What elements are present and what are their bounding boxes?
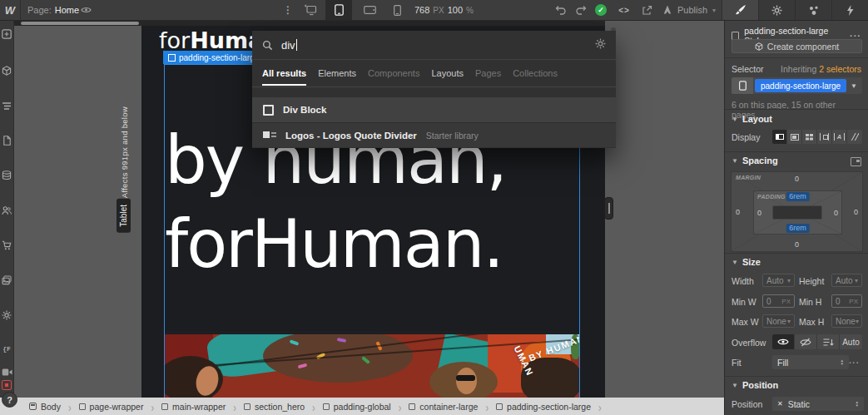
screen-record-icon[interactable] xyxy=(0,378,13,392)
tab-settings-gear-icon[interactable] xyxy=(758,0,795,20)
section-layout-title: Layout xyxy=(742,114,772,124)
max-w-input[interactable]: None▾ xyxy=(762,314,795,328)
create-component-button[interactable]: Create component xyxy=(732,39,862,53)
breadcrumb-item[interactable]: padding-global xyxy=(315,402,399,412)
padding-widget[interactable]: PADDING 6rem 6rem 0 0 xyxy=(753,190,842,235)
width-input[interactable]: Auto▾ xyxy=(762,274,795,287)
preview-eye-icon[interactable] xyxy=(81,0,92,20)
canvas-size-readout[interactable]: 768 PX 100 % xyxy=(414,0,474,20)
fit-select[interactable]: Fill ▲▼ xyxy=(772,355,849,369)
share-icon[interactable] xyxy=(637,0,656,20)
publish-button[interactable]: Publish ▾ xyxy=(662,0,716,20)
tab-pages[interactable]: Pages xyxy=(475,68,501,78)
max-h-input[interactable]: None▾ xyxy=(831,314,862,328)
selected-element-label[interactable]: padding-section-large xyxy=(163,51,264,64)
selector-caret-icon[interactable]: ▼ xyxy=(851,82,857,90)
tab-layouts[interactable]: Layouts xyxy=(431,68,464,78)
selector-row: Selector Inheriting 2 selectors xyxy=(732,64,861,74)
margin-right-value[interactable]: 0 xyxy=(854,208,858,216)
logic-icon[interactable]: {F xyxy=(0,342,13,355)
tab-all-results[interactable]: All results xyxy=(262,68,306,78)
assets-icon[interactable] xyxy=(0,274,13,287)
breakpoint-tablet-icon[interactable] xyxy=(325,0,352,20)
quick-find-input[interactable]: div xyxy=(252,31,616,60)
breadcrumb-item[interactable]: main-wrapper xyxy=(154,402,233,412)
breakpoint-desktop-icon[interactable] xyxy=(297,0,322,20)
breadcrumb-item-body[interactable]: Body xyxy=(22,402,68,412)
display-inline-icon[interactable]: A xyxy=(832,130,847,144)
canvas-resize-handle[interactable] xyxy=(604,197,613,220)
code-export-icon[interactable]: <> xyxy=(614,0,634,20)
tab-variables-bolt-icon[interactable] xyxy=(831,0,868,20)
selector-field[interactable]: padding-section-large ▼ xyxy=(732,77,862,94)
tab-collections[interactable]: Collections xyxy=(513,68,558,78)
tab-components[interactable]: Components xyxy=(368,68,419,78)
padding-left-value[interactable]: 0 xyxy=(757,209,761,217)
search-settings-gear-icon[interactable] xyxy=(595,37,606,52)
padding-top-value[interactable]: 6rem xyxy=(786,192,810,201)
overflow-visible-eye-icon[interactable] xyxy=(772,334,795,349)
breadcrumb-item[interactable]: page-wrapper xyxy=(72,402,151,412)
canvas-hscroll-thumb[interactable] xyxy=(21,22,139,25)
search-result-logos-divider[interactable]: Logos - Logos Quote Divider Starter libr… xyxy=(252,122,616,147)
more-menu-icon[interactable]: ⋮ xyxy=(283,0,293,20)
help-icon[interactable]: ? xyxy=(2,392,17,408)
tab-elements[interactable]: Elements xyxy=(318,68,356,78)
padding-right-value[interactable]: 0 xyxy=(834,209,838,217)
divider xyxy=(725,151,868,152)
divider xyxy=(725,109,868,110)
search-result-div-block[interactable]: Div Block xyxy=(252,97,616,122)
settings-gear-icon[interactable] xyxy=(0,309,13,322)
right-panel-tabs xyxy=(722,0,868,20)
section-size[interactable]: ▼ Size xyxy=(732,257,761,267)
pages-icon[interactable] xyxy=(0,134,13,147)
display-block-icon[interactable] xyxy=(772,130,787,144)
undo-icon[interactable] xyxy=(553,0,569,20)
overflow-auto-option[interactable]: Auto xyxy=(840,334,862,349)
margin-left-value[interactable]: 0 xyxy=(736,208,740,216)
breadcrumb-item[interactable]: section_hero xyxy=(236,402,312,412)
inheriting-info[interactable]: Inheriting 2 selectors xyxy=(781,64,861,74)
fit-more-icon[interactable]: ··· xyxy=(849,358,860,368)
saved-status-icon[interactable]: ✓ xyxy=(593,0,609,20)
cms-database-icon[interactable] xyxy=(0,169,13,182)
min-w-input[interactable]: 0PX xyxy=(762,294,795,308)
video-icon[interactable] xyxy=(0,365,13,378)
display-inline-block-icon[interactable] xyxy=(817,130,832,144)
min-h-input[interactable]: 0PX xyxy=(831,294,862,308)
display-none-icon[interactable] xyxy=(847,130,862,144)
section-spacing[interactable]: ▼ Spacing xyxy=(732,156,778,166)
components-cube-icon[interactable] xyxy=(0,64,13,77)
overflow-hidden-eye-slash-icon[interactable] xyxy=(795,334,817,349)
tab-interactions-drops-icon[interactable] xyxy=(795,0,831,20)
webflow-logo[interactable]: W xyxy=(0,0,21,20)
spacing-widget[interactable]: MARGIN 0 0 0 0 PADDING 6rem 6rem 0 0 xyxy=(731,171,863,252)
breadcrumb-item[interactable]: padding-section-large xyxy=(489,402,598,412)
tab-style-brush-icon[interactable] xyxy=(722,0,758,20)
navigator-icon[interactable] xyxy=(0,99,13,112)
margin-top-value[interactable]: 0 xyxy=(732,175,862,183)
logos-divider-icon xyxy=(263,131,276,140)
spacing-options-icon[interactable] xyxy=(851,157,861,166)
overflow-scroll-icon[interactable] xyxy=(817,334,840,349)
ecommerce-cart-icon[interactable] xyxy=(0,239,13,252)
users-icon[interactable] xyxy=(0,204,13,217)
position-select[interactable]: ✕ Static ▲▼ xyxy=(772,397,864,411)
selector-class-pill[interactable]: padding-section-large xyxy=(755,79,846,92)
display-flex-icon[interactable] xyxy=(787,130,802,144)
redo-icon[interactable] xyxy=(573,0,589,20)
add-elements-icon[interactable] xyxy=(0,27,13,41)
breakpoint-portrait-icon[interactable] xyxy=(385,0,409,20)
breadcrumb-item[interactable]: container-large xyxy=(401,402,485,412)
height-input[interactable]: Auto▾ xyxy=(831,274,862,287)
display-grid-icon[interactable] xyxy=(802,130,817,144)
padding-bottom-value[interactable]: 6rem xyxy=(786,224,810,233)
page-selector[interactable]: Page: Home xyxy=(27,0,79,20)
section-layout[interactable]: ▼ Layout xyxy=(732,114,772,124)
page-name: Home xyxy=(55,5,79,15)
chevron-separator-icon: › xyxy=(399,399,402,413)
margin-bottom-value[interactable]: 0 xyxy=(732,240,862,249)
section-position[interactable]: ▼ Position xyxy=(732,380,778,390)
breakpoint-landscape-icon[interactable] xyxy=(357,0,382,20)
width-label: Width xyxy=(732,276,754,286)
